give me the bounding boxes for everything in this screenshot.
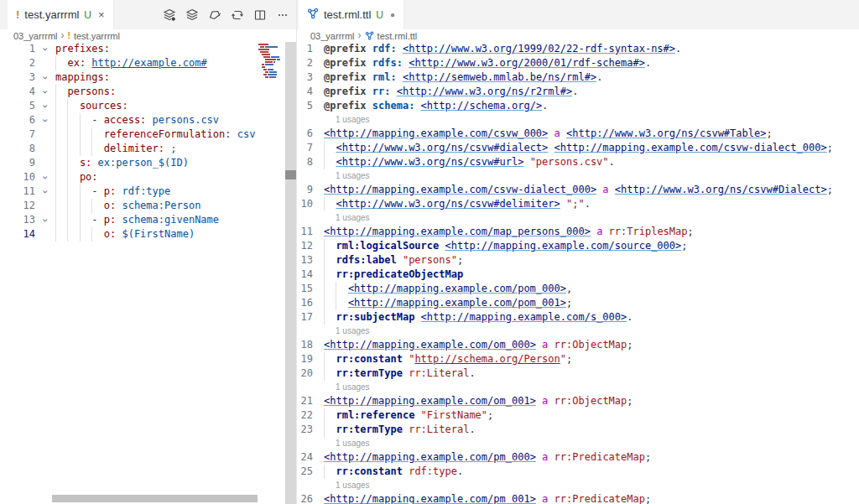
uri-link[interactable]: <http://mapping.example.com/csvw_000> <box>324 127 548 139</box>
code-line[interactable]: 3›mappings: <box>0 70 296 85</box>
breadcrumb-folder[interactable]: 03_yarrrml <box>310 31 355 41</box>
uri-link[interactable]: <http://www.w3.org/ns/csvw#dialect> <box>336 142 548 153</box>
uri-link[interactable]: <http://mapping.example.com/om_001> <box>324 395 536 407</box>
codelens-usages-link[interactable]: 1 usages <box>336 380 370 394</box>
run-mapping-icon[interactable] <box>206 7 223 23</box>
code-line[interactable]: 13›- p: schema:givenName <box>0 213 296 227</box>
codelens-usages-link[interactable]: 1 usages <box>336 112 370 127</box>
uri-link[interactable]: <http://mapping.example.com/csvw-dialect… <box>324 184 596 195</box>
yarrrml-editor[interactable]: 1›prefixes:2ex: http://example.com#3›map… <box>0 42 296 504</box>
fold-chevron-icon[interactable]: › <box>38 75 52 81</box>
code-line[interactable]: 19rr:constant "http://schema.org/Person"… <box>297 352 859 366</box>
code-line[interactable]: 22rml:reference "FirstName"; <box>297 408 859 423</box>
code-line[interactable]: 3@prefix rml: <http://semweb.mmlab.be/ns… <box>297 70 859 85</box>
breadcrumb-file[interactable]: test.rml.ttl <box>377 31 418 41</box>
code-line[interactable]: 9s: ex:person_$(ID) <box>0 156 296 170</box>
indent-guide <box>55 99 67 113</box>
code-line[interactable]: 16<http://mapping.example.com/pom_001>; <box>297 296 859 310</box>
tab-test-rml-ttl[interactable]: test.rml.ttl U ● <box>299 0 404 29</box>
uri-link[interactable]: <http://mapping.example.com/pom_000> <box>348 283 566 294</box>
code-line[interactable]: 8<http://www.w3.org/ns/csvw#url> "person… <box>297 155 859 169</box>
code-line[interactable]: 2ex: http://example.com# <box>0 56 296 70</box>
uri-link[interactable]: <http://mapping.example.com/source_000> <box>445 240 682 252</box>
code-line[interactable]: 11›- p: rdf:type <box>0 184 296 199</box>
code-line[interactable]: 14rr:predicateObjectMap <box>297 268 859 282</box>
uri-link[interactable]: <http://www.w3.org/2000/01/rdf-schema#> <box>409 57 645 69</box>
code-line[interactable]: 7referenceFormulation: csv <box>0 127 296 142</box>
minimap[interactable] <box>258 44 284 79</box>
code-line[interactable]: 26<http://mapping.example.com/pm_001> a … <box>297 492 859 504</box>
codelens-usages-link[interactable]: 1 usages <box>336 478 370 492</box>
code-line[interactable]: 4›persons: <box>0 85 296 99</box>
uri-link[interactable]: <http://mapping.example.com/pm_001> <box>324 493 536 504</box>
code-line[interactable]: 2@prefix rdfs: <http://www.w3.org/2000/0… <box>297 56 859 70</box>
turtle-editor[interactable]: 1@prefix rdf: <http://www.w3.org/1999/02… <box>297 42 859 504</box>
fold-chevron-icon[interactable]: › <box>38 103 52 109</box>
code-line[interactable]: 25rr:constant rdf:type. <box>297 465 859 479</box>
layers-icon[interactable] <box>184 7 200 23</box>
breadcrumb-folder[interactable]: 03_yarrrml <box>13 31 58 41</box>
uri-link[interactable]: <http://www.w3.org/ns/r2rml#> <box>397 86 573 97</box>
codelens-usages-link[interactable]: 1 usages <box>336 436 370 450</box>
uri-link[interactable]: <http://www.w3.org/1999/02/22-rdf-syntax… <box>403 43 675 55</box>
code-line[interactable]: 10›po: <box>0 170 296 184</box>
code-line[interactable]: 9<http://mapping.example.com/csvw-dialec… <box>297 183 859 197</box>
uri-link[interactable]: http://example.com# <box>91 57 206 69</box>
code-line[interactable]: 6›- access: persons.csv <box>0 113 296 127</box>
uri-link[interactable]: <http://mapping.example.com/om_000> <box>324 339 536 351</box>
code-line[interactable]: 24<http://mapping.example.com/pm_000> a … <box>297 450 859 465</box>
uri-link[interactable]: <http://www.w3.org/ns/csvw#url> <box>336 156 523 168</box>
fold-chevron-icon[interactable]: › <box>38 117 52 123</box>
tab-test-yarrrml[interactable]: ! test.yarrrml U × <box>8 0 114 29</box>
codelens-usages-link[interactable]: 1 usages <box>336 169 370 183</box>
code-line[interactable]: 1@prefix rdf: <http://www.w3.org/1999/02… <box>297 42 859 56</box>
code-line[interactable]: 21<http://mapping.example.com/om_001> a … <box>297 394 859 408</box>
fold-chevron-icon[interactable]: › <box>38 174 52 180</box>
code-line[interactable]: 11<http://mapping.example.com/map_person… <box>297 225 859 239</box>
uri-link[interactable]: <http://schema.org/> <box>421 100 543 112</box>
close-icon[interactable]: × <box>98 8 105 21</box>
code-line[interactable]: 14o: $(FirstName) <box>0 227 296 242</box>
uri-link[interactable]: <http://www.w3.org/ns/csvw#Dialect> <box>615 184 827 195</box>
uri-link[interactable]: <http://mapping.example.com/pom_001> <box>348 297 566 309</box>
split-editor-icon[interactable] <box>252 7 268 23</box>
uri-link[interactable]: <http://mapping.example.com/s_000> <box>421 311 627 323</box>
vertical-scrollbar-thumb[interactable] <box>285 170 296 179</box>
code-line[interactable]: 20rr:termType rr:Literal. <box>297 366 859 381</box>
code-line[interactable]: 6<http://mapping.example.com/csvw_000> a… <box>297 127 859 141</box>
layers-dot-icon[interactable] <box>161 7 178 23</box>
uri-link[interactable]: <http://www.w3.org/ns/csvw#delimiter> <box>336 198 560 210</box>
code-line[interactable]: 5@prefix schema: <http://schema.org/>. <box>297 99 859 113</box>
uri-link[interactable]: http://schema.org/Person <box>414 353 560 365</box>
unsaved-dot-icon[interactable]: ● <box>390 10 395 19</box>
uri-link[interactable]: <http://mapping.example.com/map_persons_… <box>324 226 591 237</box>
codelens-usages-link[interactable]: 1 usages <box>336 324 370 338</box>
code-line[interactable]: 12o: schema:Person <box>0 199 296 213</box>
vertical-scrollbar[interactable] <box>285 42 296 504</box>
breadcrumb-file[interactable]: test.yarrrml <box>74 31 120 41</box>
code-line[interactable]: 23rr:termType rr:Literal. <box>297 423 859 437</box>
code-line[interactable]: 10<http://www.w3.org/ns/csvw#delimiter> … <box>297 197 859 211</box>
code-line[interactable]: 12rml:logicalSource <http://mapping.exam… <box>297 239 859 253</box>
code-line[interactable]: 18<http://mapping.example.com/om_000> a … <box>297 338 859 352</box>
more-actions-icon[interactable] <box>274 7 291 23</box>
codelens-usages-link[interactable]: 1 usages <box>336 210 370 225</box>
fold-chevron-icon[interactable]: › <box>38 217 52 223</box>
fold-chevron-icon[interactable]: › <box>38 46 52 52</box>
code-line[interactable]: 15<http://mapping.example.com/pom_000>, <box>297 282 859 296</box>
fold-chevron-icon[interactable]: › <box>38 89 52 95</box>
uri-link[interactable]: <http://www.w3.org/ns/csvw#Table> <box>566 127 766 139</box>
code-line[interactable]: 5›sources: <box>0 99 296 113</box>
uri-link[interactable]: <http://mapping.example.com/csvw-dialect… <box>554 142 827 153</box>
uri-link[interactable]: <http://mapping.example.com/pm_000> <box>324 451 536 463</box>
sync-icon[interactable] <box>229 7 246 23</box>
code-line[interactable]: 13rdfs:label "persons"; <box>297 253 859 268</box>
fold-chevron-icon[interactable]: › <box>38 189 52 195</box>
uri-link[interactable]: <http://semweb.mmlab.be/ns/rml#> <box>403 71 596 83</box>
code-line[interactable]: 8delimiter: ; <box>0 142 296 156</box>
horizontal-scrollbar-thumb[interactable] <box>52 495 258 502</box>
code-line[interactable]: 1›prefixes: <box>0 42 296 56</box>
code-line[interactable]: 17rr:subjectMap <http://mapping.example.… <box>297 310 859 325</box>
code-line[interactable]: 7<http://www.w3.org/ns/csvw#dialect> <ht… <box>297 141 859 155</box>
code-line[interactable]: 4@prefix rr: <http://www.w3.org/ns/r2rml… <box>297 85 859 99</box>
